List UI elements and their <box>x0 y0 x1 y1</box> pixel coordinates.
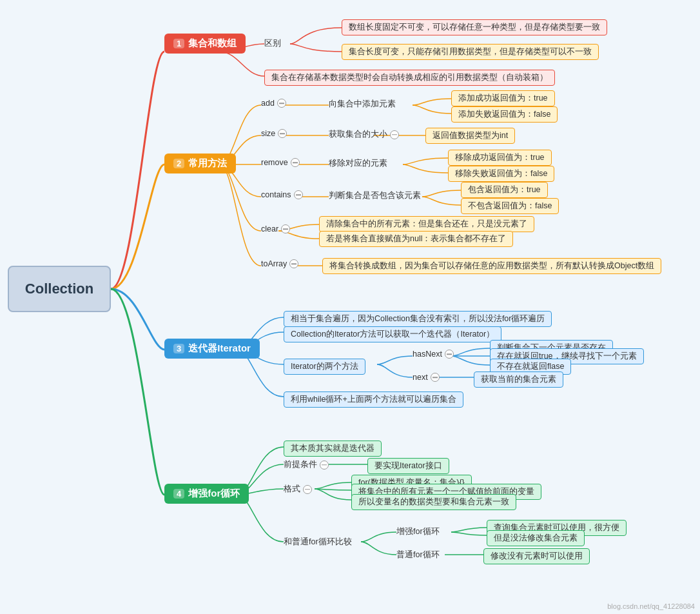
b2-remove-label: remove <box>261 158 300 167</box>
b2-remove-true: 移除成功返回值为：true <box>448 150 552 166</box>
b4-normal-desc1: 修改没有元素时可以使用 <box>483 548 590 564</box>
b3-hasnext-minus[interactable] <box>445 350 454 359</box>
b2-add-true: 添加成功返回值为：true <box>451 90 555 106</box>
branch-4-num: 4 <box>173 489 184 499</box>
b3-next-label: next <box>413 373 440 382</box>
b2-contains-true: 包含返回值为：true <box>461 182 548 198</box>
mind-map: Collection 1 集合和数组 区别 数组长度固定不可变，可以存储任意一种… <box>0 0 700 614</box>
b3-hasnext-label: hasNext <box>413 350 454 359</box>
b4-desc1: 其本质其实就是迭代器 <box>284 441 382 457</box>
b2-remove-false: 移除失败返回值为：false <box>448 166 554 182</box>
b4-pre-desc: 要实现Iterator接口 <box>367 458 449 474</box>
branch-2-num: 2 <box>173 159 184 168</box>
b2-toarray-desc: 将集合转换成数组，因为集合可以存储任意的应用数据类型，所有默认转换成Object… <box>322 258 661 274</box>
b2-toarray-label: toArray <box>261 259 298 268</box>
branch-1-label: 集合和数组 <box>188 37 237 50</box>
b3-while: 利用while循环+上面两个方法就可以遍历集合 <box>284 391 463 408</box>
b4-compare-label: 和普通for循环比较 <box>284 537 352 548</box>
b2-size-text: size <box>261 129 275 138</box>
root-label: Collection <box>25 281 93 297</box>
branch-1-num: 1 <box>173 39 184 48</box>
b2-toarray-text: toArray <box>261 259 287 268</box>
b4-pre-label: 前提条件 <box>284 459 329 470</box>
b1-item3-text: 集合在存储基本数据类型时会自动转换成相应的引用数据类型（自动装箱） <box>271 73 548 82</box>
b2-clear-null: 若是将集合直接赋值为null：表示集合都不存在了 <box>319 231 513 247</box>
b2-clear-text: clear <box>261 224 278 233</box>
b2-size-desc: 获取集合的大小 <box>329 129 399 140</box>
b2-remove-text: remove <box>261 158 288 167</box>
b1-item1-text: 数组长度固定不可变，可以存储任意一种类型，但是存储类型要一致 <box>349 23 600 32</box>
root-node: Collection <box>8 266 111 312</box>
branch-3-num: 3 <box>173 344 184 353</box>
b3-hasnext-text: hasNext <box>413 350 442 359</box>
b4-format-label: 格式 <box>284 484 312 495</box>
b2-clear-desc1: 清除集合中的所有元素：但是集合还在，只是没元素了 <box>319 216 534 232</box>
b4-format-minus[interactable] <box>303 485 312 494</box>
branch-3-label: 迭代器Iterator <box>188 342 251 355</box>
b2-add-label: add <box>261 99 286 108</box>
b2-size-minus[interactable] <box>278 129 287 138</box>
b2-remove-minus[interactable] <box>291 158 300 167</box>
b1-item1: 数组长度固定不可变，可以存储任意一种类型，但是存储类型要一致 <box>342 19 607 35</box>
b2-contains-text: contains <box>261 190 291 199</box>
b1-qubie: 区别 <box>264 38 281 49</box>
b2-toarray-minus[interactable] <box>289 259 298 268</box>
branch-4-label: 增强for循环 <box>188 488 240 500</box>
b2-contains-false: 不包含返回值为：false <box>461 198 559 214</box>
b2-add-desc: 向集合中添加元素 <box>329 99 396 110</box>
b2-size-label: size <box>261 129 287 138</box>
b1-item2-text: 集合长度可变，只能存储引用数据类型，但是存储类型可以不一致 <box>349 47 592 56</box>
b2-contains-minus[interactable] <box>294 190 303 199</box>
b1-item3: 集合在存储基本数据类型时会自动转换成相应的引用数据类型（自动装箱） <box>264 70 555 86</box>
branch-2-label: 常用方法 <box>188 157 227 170</box>
b2-add-minus[interactable] <box>277 99 286 108</box>
b4-enhanced-desc2: 但是没法修改集合元素 <box>487 530 585 546</box>
b2-clear-minus[interactable] <box>281 224 290 233</box>
b3-sub-label: Iterator的两个方法 <box>284 359 365 375</box>
b2-size-ret: 返回值数据类型为int <box>425 128 515 144</box>
branch-1: 1 集合和数组 <box>164 34 246 54</box>
b2-contains-desc: 判断集合是否包含该元素 <box>329 190 421 201</box>
branch-4: 4 增强for循环 <box>164 484 249 504</box>
b2-add-text: add <box>261 99 275 108</box>
b1-item2: 集合长度可变，只能存储引用数据类型，但是存储类型可以不一致 <box>342 44 599 60</box>
b4-pre-text: 前提条件 <box>284 459 317 470</box>
b3-desc1: 相当于集合遍历，因为Collection集合没有索引，所以没法for循环遍历 <box>284 311 552 327</box>
b2-add-false: 添加失败返回值为：false <box>451 106 558 123</box>
watermark: blog.csdn.net/qq_41228084 <box>607 602 695 610</box>
b4-compare-text: 和普通for循环比较 <box>284 537 352 548</box>
branch-2: 2 常用方法 <box>164 154 236 173</box>
b3-desc2: Collection的Iterator方法可以获取一个迭代器（Iterator） <box>284 326 501 342</box>
b4-enhanced-label: 增强for循环 <box>396 526 440 537</box>
b4-pre-minus[interactable] <box>320 461 329 470</box>
b4-format-text: 格式 <box>284 484 300 495</box>
b3-next-text: next <box>413 373 428 382</box>
b3-next-minus[interactable] <box>431 373 440 382</box>
b2-clear-label: clear <box>261 224 290 233</box>
b2-contains-label: contains <box>261 190 303 199</box>
b3-next-desc: 获取当前的集合元素 <box>474 371 563 388</box>
branch-3: 3 迭代器Iterator <box>164 339 260 359</box>
b2-remove-desc: 移除对应的元素 <box>329 158 387 169</box>
b4-format-desc2: 所以变量名的数据类型要和集合元素一致 <box>351 494 516 510</box>
b2-size-minus2[interactable] <box>390 130 399 139</box>
b4-normal-label: 普通for循环 <box>396 550 440 560</box>
